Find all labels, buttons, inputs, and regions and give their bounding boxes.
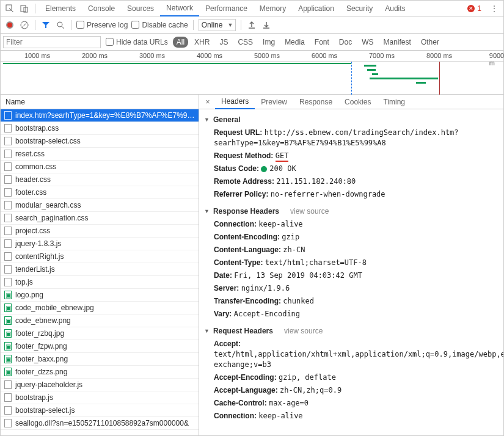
request-row[interactable]: header.css [1, 173, 199, 186]
timeline-tick: 4000 ms [197, 52, 222, 59]
timeline-tick: 5000 ms [254, 52, 280, 59]
detail-tab-preview[interactable]: Preview [255, 95, 293, 109]
filter-type-ws[interactable]: WS [358, 37, 377, 48]
search-icon[interactable] [55, 20, 66, 31]
request-row[interactable]: ▣footer_dzzs.png [1, 366, 199, 379]
request-row[interactable]: bootstrap-select.js [1, 404, 199, 417]
css-file-icon [4, 162, 12, 171]
general-toggle[interactable]: ▼General [199, 113, 503, 126]
svg-point-4 [57, 22, 62, 27]
status-dot-icon [261, 166, 267, 172]
filter-bar: Hide data URLs AllXHRJSCSSImgMediaFontDo… [1, 34, 503, 51]
filter-type-font[interactable]: Font [311, 37, 333, 48]
request-headers-toggle[interactable]: ▼Request Headersview source [199, 324, 503, 338]
upload-icon[interactable] [246, 20, 257, 31]
request-row[interactable]: index.htm?searhType=1&key=%E8%B7%AF%E7%9… [1, 109, 199, 122]
error-badge[interactable]: ✕1 [462, 4, 486, 13]
record-button[interactable] [4, 20, 15, 31]
request-row[interactable]: project.css [1, 225, 199, 238]
img-file-icon: ▣ [4, 291, 12, 299]
filter-type-media[interactable]: Media [281, 37, 309, 48]
css-file-icon [4, 175, 12, 184]
request-row[interactable]: jquery-1.8.3.js [1, 238, 199, 250]
request-row[interactable]: jquery-placeholder.js [1, 379, 199, 391]
tab-memory[interactable]: Memory [254, 1, 292, 16]
filter-type-other[interactable]: Other [417, 37, 443, 48]
filter-type-manifest[interactable]: Manifest [380, 37, 415, 48]
error-count: 1 [477, 4, 481, 13]
name-column-header[interactable]: Name [1, 95, 199, 109]
detail-tab-timing[interactable]: Timing [377, 95, 411, 109]
detail-tab-cookies[interactable]: Cookies [338, 95, 377, 109]
filter-type-js[interactable]: JS [216, 37, 232, 48]
svg-rect-1 [21, 5, 26, 12]
divider [35, 20, 35, 30]
filter-input[interactable] [3, 36, 101, 48]
request-row[interactable]: footer.css [1, 186, 199, 199]
request-row[interactable]: ▣footer_rzbq.jpg [1, 327, 199, 340]
preserve-log-checkbox[interactable]: Preserve log [76, 21, 128, 29]
detail-tab-headers[interactable]: Headers [215, 95, 255, 109]
header-row: Server: nginx/1.9.6 [199, 282, 503, 295]
response-headers-toggle[interactable]: ▼Response Headersview source [199, 205, 503, 218]
request-name: tenderList.js [15, 265, 55, 274]
tab-performance[interactable]: Performance [199, 1, 254, 16]
timeline-tick: 6000 ms [312, 52, 337, 59]
request-row[interactable]: search_pagination.css [1, 212, 199, 225]
request-name: reset.css [15, 150, 45, 158]
request-row[interactable]: reset.css [1, 148, 199, 161]
tab-application[interactable]: Application [292, 1, 340, 16]
request-name: search_pagination.css [15, 214, 88, 222]
timeline-tick: 3000 ms [139, 52, 165, 59]
timeline-tick: 8000 ms [426, 52, 452, 59]
status-code-value: 200 OK [269, 164, 296, 173]
device-toggle-icon[interactable] [18, 2, 31, 15]
filter-type-doc[interactable]: Doc [335, 37, 356, 48]
tab-network[interactable]: Network [160, 1, 199, 16]
detail-tab-response[interactable]: Response [293, 95, 338, 109]
filter-icon[interactable] [40, 20, 51, 31]
filter-type-css[interactable]: CSS [234, 37, 257, 48]
request-row[interactable]: ▣footer_fzpw.png [1, 340, 199, 353]
tab-elements[interactable]: Elements [39, 1, 82, 16]
filter-type-all[interactable]: All [173, 37, 188, 48]
hide-data-urls-checkbox[interactable]: Hide data URLs [106, 38, 168, 46]
filter-type-img[interactable]: Img [259, 37, 279, 48]
request-row[interactable]: seallogo.dll?sn=e15052711010858892a7sm00… [1, 417, 199, 430]
request-name: footer_fzpw.png [15, 342, 67, 351]
request-row[interactable]: bootstrap-select.css [1, 135, 199, 148]
header-row: Connection: keep-alive [199, 218, 503, 231]
request-row[interactable]: top.js [1, 276, 199, 289]
request-row[interactable]: common.css [1, 161, 199, 173]
request-row[interactable]: ▣code_mobile_ebnew.jpg [1, 302, 199, 314]
filter-type-xhr[interactable]: XHR [191, 37, 213, 48]
inspect-icon[interactable] [3, 2, 16, 15]
request-row[interactable]: bootstrap.js [1, 391, 199, 404]
tab-audits[interactable]: Audits [379, 1, 411, 16]
header-row: Connection: keep-alive [199, 410, 503, 423]
clear-icon[interactable] [19, 20, 30, 31]
img-file-icon: ▣ [4, 342, 12, 351]
tab-security[interactable]: Security [340, 1, 379, 16]
tab-sources[interactable]: Sources [121, 1, 160, 16]
request-name: bootstrap.js [15, 393, 53, 402]
kebab-icon[interactable]: ⋮ [488, 2, 501, 15]
request-row[interactable]: ▣footer_baxx.png [1, 353, 199, 366]
view-source-link[interactable]: view source [284, 327, 323, 335]
view-source-link[interactable]: view source [290, 207, 329, 216]
request-name: jquery-1.8.3.js [15, 239, 61, 248]
throttle-select[interactable]: Online▼ [199, 19, 236, 31]
other-file-icon [4, 419, 12, 427]
request-row[interactable]: ▣logo.png [1, 289, 199, 302]
request-row[interactable]: modular_search.css [1, 199, 199, 212]
request-row[interactable]: ▣code_ebnew.png [1, 314, 199, 327]
close-icon[interactable]: × [202, 98, 214, 106]
tab-console[interactable]: Console [82, 1, 121, 16]
download-icon[interactable] [261, 20, 272, 31]
timeline[interactable]: 1000 ms2000 ms3000 ms4000 ms5000 ms6000 … [1, 51, 503, 95]
chevron-down-icon: ▼ [227, 22, 233, 28]
disable-cache-checkbox[interactable]: Disable cache [131, 21, 188, 29]
request-row[interactable]: contentRight.js [1, 250, 199, 263]
request-row[interactable]: bootstrap.css [1, 122, 199, 135]
request-row[interactable]: tenderList.js [1, 263, 199, 276]
